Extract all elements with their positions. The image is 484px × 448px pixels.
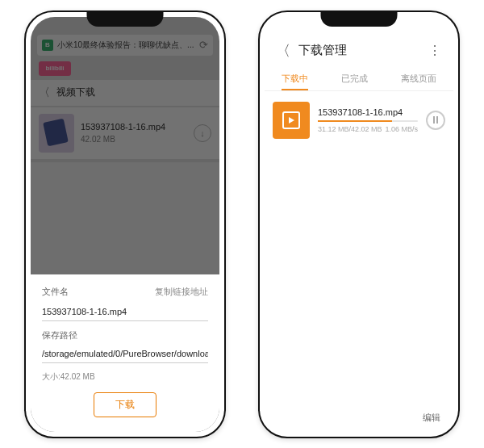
copy-link-button[interactable]: 复制链接地址 [155,286,208,298]
filename-input[interactable] [42,303,208,321]
phone-right: 〈 下载管理 ⋮ 下载中 已完成 离线页面 153937108-1-16.mp4… [258,10,460,438]
progress-bar [318,120,418,122]
play-triangle-icon [289,117,294,124]
screen-right: 〈 下载管理 ⋮ 下载中 已完成 离线页面 153937108-1-16.mp4… [265,17,453,432]
play-icon [282,111,300,129]
path-input[interactable] [42,345,208,363]
download-item[interactable]: 153937108-1-16.mp4 31.12 MB/42.02 MB 1.0… [273,98,445,143]
download-manager-header: 〈 下载管理 ⋮ [265,36,453,65]
size-label: 大小:42.02 MB [42,371,208,383]
back-icon[interactable]: 〈 [276,41,290,61]
download-button[interactable]: 下载 [94,392,156,417]
tabs: 下载中 已完成 离线页面 [265,67,453,91]
download-sheet: 文件名 复制链接地址 保存路径 大小:42.02 MB 下载 [31,274,219,432]
phone-left: B 小米10最终体验报告：聊聊优缺点、... ⟳ bilibili 〈 视频下载… [24,10,226,438]
tab-offline[interactable]: 离线页面 [401,73,436,85]
screen-left: B 小米10最终体验报告：聊聊优缺点、... ⟳ bilibili 〈 视频下载… [31,17,219,432]
tab-downloading[interactable]: 下载中 [282,73,308,85]
edit-button[interactable]: 编辑 [423,412,440,424]
file-thumbnail [273,102,310,139]
pause-button[interactable] [426,111,445,130]
phone-notch [321,12,398,27]
page-title: 下载管理 [298,43,428,58]
download-filename: 153937108-1-16.mp4 [318,107,418,117]
path-label: 保存路径 [42,329,208,341]
progress-text: 31.12 MB/42.02 MB [318,125,382,133]
phone-notch [87,12,164,27]
filename-label: 文件名 [42,286,69,298]
tab-completed[interactable]: 已完成 [341,73,368,85]
progress-fill [318,120,392,122]
speed-text: 1.06 MB/s [385,125,418,133]
more-icon[interactable]: ⋮ [428,43,442,58]
download-meta: 153937108-1-16.mp4 31.12 MB/42.02 MB 1.0… [318,107,418,133]
